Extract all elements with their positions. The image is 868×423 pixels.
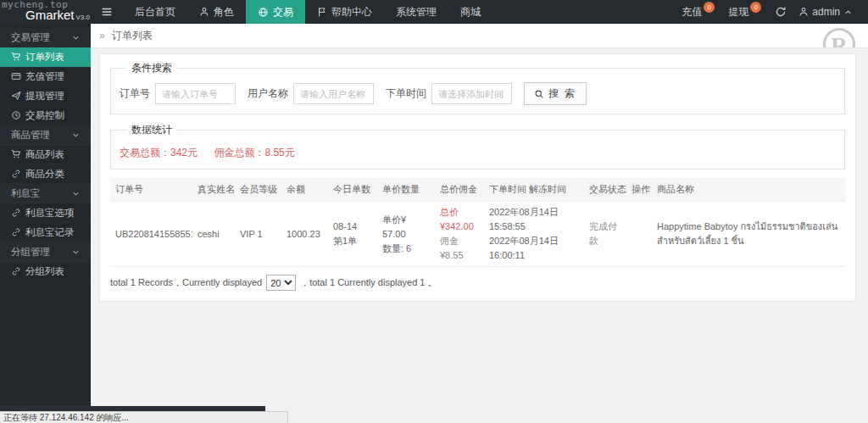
sidebar-item-interest-records[interactable]: 利息宝记录 bbox=[0, 223, 91, 242]
cell-today-orders: 08-14 第1单 bbox=[328, 202, 377, 267]
pagination: total 1 Records，Currently displayed 20 ，… bbox=[110, 275, 845, 291]
col-order-no: 订单号 bbox=[110, 178, 192, 202]
sidebar-item-goods-list[interactable]: 商品列表 bbox=[0, 145, 91, 164]
today-date: 08-14 bbox=[333, 220, 372, 234]
sidebar-group-label: 分组管理 bbox=[11, 242, 50, 262]
sidebar: 交易管理 订单列表 充值管理 提现管理 交易控制 商品管理 商品列表 商品分类 … bbox=[0, 24, 91, 406]
chevron-down-icon bbox=[71, 33, 81, 42]
sidebar-item-recharge-mgmt[interactable]: 充值管理 bbox=[0, 67, 91, 86]
order-time-field: 下单时间 bbox=[386, 83, 512, 104]
topbar-right: 充值 0 提现 0 admin bbox=[675, 0, 868, 24]
col-price-qty: 单价数量 bbox=[377, 178, 435, 202]
username-label: 用户名称 bbox=[248, 86, 288, 101]
sidebar-item-label: 交易控制 bbox=[25, 106, 64, 125]
nav-item-home[interactable]: 后台首页 bbox=[123, 0, 187, 24]
registered-mark-logo: R bbox=[823, 28, 855, 48]
hamburger-icon bbox=[101, 6, 113, 18]
cell-balance: 1000.23 bbox=[281, 202, 328, 267]
logo-version: V3.0 bbox=[76, 14, 90, 21]
sidebar-item-interest-options[interactable]: 利息宝选项 bbox=[0, 203, 91, 223]
link-icon bbox=[11, 227, 21, 237]
search-legend: 条件搜索 bbox=[126, 61, 177, 75]
link-icon bbox=[11, 169, 21, 179]
user-menu[interactable]: admin bbox=[793, 6, 858, 18]
sidebar-item-label: 充值管理 bbox=[25, 67, 64, 86]
search-row: 订单号 用户名称 下单时间 搜 索 bbox=[120, 82, 836, 105]
col-status: 交易状态 bbox=[584, 178, 626, 202]
order-time-input[interactable] bbox=[431, 83, 512, 104]
sidebar-item-label: 分组列表 bbox=[25, 262, 64, 281]
withdraw-link[interactable]: 提现 0 bbox=[721, 5, 768, 19]
sidebar-group-trade-mgmt[interactable]: 交易管理 bbox=[0, 28, 91, 47]
status-text: 正在等待 27.124.46.142 的响应... bbox=[3, 413, 129, 422]
refresh-icon bbox=[775, 6, 787, 18]
recharge-link[interactable]: 充值 0 bbox=[675, 5, 721, 19]
clock-icon bbox=[11, 110, 21, 120]
link-icon bbox=[11, 208, 21, 218]
logo-text: Gmarket bbox=[25, 8, 75, 21]
nav-item-label: 交易 bbox=[273, 5, 293, 19]
recharge-label: 充值 bbox=[682, 5, 702, 19]
cell-action bbox=[626, 202, 652, 267]
username-input[interactable] bbox=[293, 83, 374, 104]
sidebar-toggle-button[interactable] bbox=[91, 0, 123, 24]
sidebar-item-label: 商品分类 bbox=[25, 164, 64, 184]
cell-level: VIP 1 bbox=[235, 202, 281, 267]
nav-item-help-center[interactable]: 帮助中心 bbox=[305, 0, 384, 24]
sidebar-item-withdraw-mgmt[interactable]: 提现管理 bbox=[0, 86, 91, 106]
chevron-down-icon bbox=[71, 248, 81, 257]
orders-table: 订单号 真实姓名 会员等级 余额 今日单数 单价数量 总价佣金 下单时间 解冻时… bbox=[110, 178, 845, 267]
stats-fieldset: 数据统计 交易总额：342元 佣金总额：8.55元 bbox=[110, 123, 845, 170]
chevron-down-icon bbox=[71, 131, 81, 140]
order-list-panel: 条件搜索 订单号 用户名称 下单时间 搜 索 bbox=[99, 53, 856, 302]
refresh-button[interactable] bbox=[768, 6, 793, 18]
nav-item-system[interactable]: 系统管理 bbox=[384, 0, 448, 24]
flag-icon bbox=[317, 7, 327, 17]
nav-item-label: 角色 bbox=[214, 5, 234, 19]
breadcrumb-arrow: » bbox=[99, 30, 105, 42]
sidebar-item-trade-control[interactable]: 交易控制 bbox=[0, 106, 91, 125]
nav-item-label: 后台首页 bbox=[135, 5, 175, 19]
cell-price-qty: 单价¥ 57.00 数量: 6 bbox=[377, 202, 435, 267]
commission-total-label: 佣金总额： bbox=[214, 147, 264, 159]
search-fieldset: 条件搜索 订单号 用户名称 下单时间 搜 索 bbox=[110, 61, 845, 114]
sidebar-item-label: 商品列表 bbox=[25, 145, 64, 164]
cell-real-name: ceshi bbox=[192, 202, 235, 267]
unit-price: 单价¥ 57.00 bbox=[382, 213, 430, 242]
browser-status-bar: 正在等待 27.124.46.142 的响应... bbox=[0, 411, 288, 423]
sidebar-group-label: 利息宝 bbox=[11, 184, 41, 203]
sidebar-item-label: 利息宝选项 bbox=[25, 203, 75, 223]
search-icon bbox=[534, 89, 544, 99]
table-row: UB2208141558551520 ceshi VIP 1 1000.23 0… bbox=[110, 202, 845, 267]
main-content: » 订单列表 R 条件搜索 订单号 用户名称 下单时间 bbox=[91, 24, 868, 415]
page-size-select[interactable]: 20 bbox=[266, 275, 296, 291]
col-level: 会员等级 bbox=[235, 178, 281, 202]
pagination-text-before: total 1 Records，Currently displayed bbox=[110, 276, 262, 289]
pagination-text-after: ，total 1 Currently displayed 1 。 bbox=[300, 276, 437, 289]
search-button-label: 搜 索 bbox=[548, 86, 576, 101]
search-button[interactable]: 搜 索 bbox=[524, 82, 587, 105]
sidebar-item-group-list[interactable]: 分组列表 bbox=[0, 262, 91, 281]
nav-item-mall[interactable]: 商城 bbox=[448, 0, 492, 24]
nav-item-label: 商城 bbox=[460, 5, 481, 19]
order-no-field: 订单号 bbox=[120, 83, 236, 104]
trade-total: 交易总额：342元 bbox=[120, 147, 198, 159]
order-no-input[interactable] bbox=[155, 83, 236, 104]
table-header-row: 订单号 真实姓名 会员等级 余额 今日单数 单价数量 总价佣金 下单时间 解冻时… bbox=[110, 178, 845, 202]
sidebar-item-goods-category[interactable]: 商品分类 bbox=[0, 164, 91, 184]
sidebar-group-goods-mgmt[interactable]: 商品管理 bbox=[0, 125, 91, 145]
nav-item-label: 系统管理 bbox=[396, 5, 437, 19]
nav-item-trade[interactable]: 交易 bbox=[246, 0, 305, 24]
sidebar-group-interest[interactable]: 利息宝 bbox=[0, 184, 91, 203]
sidebar-item-order-list[interactable]: 订单列表 bbox=[0, 47, 91, 67]
top-nav: 后台首页 角色 交易 帮助中心 系统管理 商城 bbox=[91, 0, 492, 24]
sidebar-item-label: 订单列表 bbox=[25, 47, 64, 67]
total-price: 总价¥342.00 bbox=[440, 205, 479, 234]
order-time-label: 下单时间 bbox=[386, 86, 426, 101]
order-time: 2022年08月14日 15:58:55 bbox=[489, 205, 579, 234]
nav-item-label: 帮助中心 bbox=[331, 5, 372, 19]
recharge-badge: 0 bbox=[704, 2, 715, 13]
stats-line: 交易总额：342元 佣金总额：8.55元 bbox=[120, 142, 836, 160]
sidebar-group-group-mgmt[interactable]: 分组管理 bbox=[0, 242, 91, 262]
nav-item-roles[interactable]: 角色 bbox=[187, 0, 246, 24]
